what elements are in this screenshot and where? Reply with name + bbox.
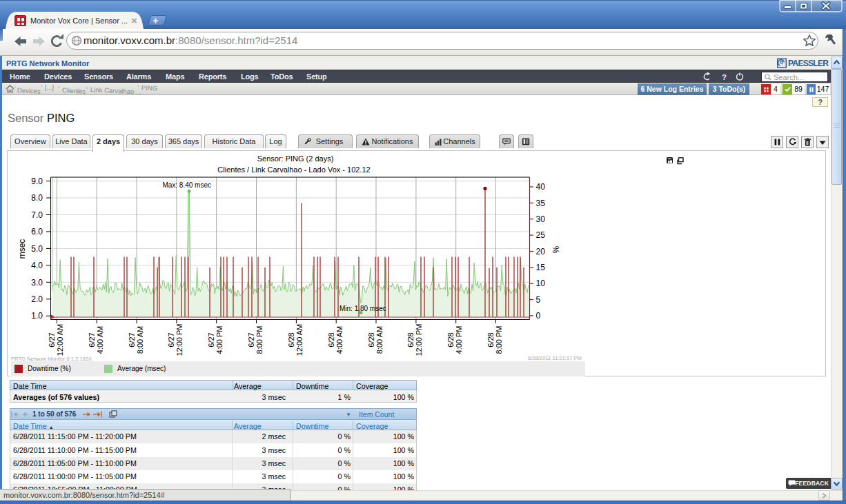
- svg-text:1.0: 1.0: [31, 311, 43, 321]
- svg-text:msec: msec: [17, 239, 27, 259]
- svg-text:Max: 8.40 msec: Max: 8.40 msec: [162, 181, 211, 189]
- svg-text:3.0: 3.0: [31, 278, 43, 288]
- svg-text:40: 40: [536, 182, 546, 192]
- svg-text:?: ?: [722, 73, 727, 81]
- svg-text:6/28: 6/28: [486, 332, 495, 347]
- svg-text:6/27: 6/27: [167, 332, 175, 347]
- svg-text:9.0: 9.0: [31, 177, 43, 186]
- svg-text:12:00 AM: 12:00 AM: [295, 324, 304, 356]
- svg-text:Clientes / Link Carvalhao - La: Clientes / Link Carvalhao - Lado Vox - 1…: [217, 165, 370, 174]
- svg-text:6/28: 6/28: [327, 332, 335, 347]
- svg-text:4:00 AM: 4:00 AM: [96, 326, 104, 354]
- svg-text:2.0: 2.0: [31, 294, 43, 304]
- svg-text:6/27: 6/27: [48, 332, 56, 347]
- svg-text:4:00 PM: 4:00 PM: [215, 326, 224, 354]
- svg-text:6/28: 6/28: [367, 332, 375, 347]
- svg-text:4:00 PM: 4:00 PM: [455, 326, 463, 354]
- svg-text:12:00 PM: 12:00 PM: [415, 323, 423, 356]
- svg-text:12:00 PM: 12:00 PM: [175, 323, 184, 356]
- svg-text:10: 10: [536, 279, 546, 288]
- svg-text:8.0: 8.0: [31, 193, 43, 203]
- svg-text:25: 25: [536, 230, 546, 240]
- svg-text:%: %: [551, 246, 560, 254]
- svg-text:8:00 AM: 8:00 AM: [375, 326, 384, 354]
- svg-text:30: 30: [536, 214, 546, 224]
- svg-text:0: 0: [536, 311, 541, 321]
- svg-text:7.0: 7.0: [31, 210, 43, 220]
- svg-text:5: 5: [536, 295, 541, 305]
- svg-text:15: 15: [536, 263, 546, 272]
- svg-text:PAESSLER: PAESSLER: [788, 59, 829, 68]
- svg-text:6/27: 6/27: [88, 332, 96, 347]
- svg-text:35: 35: [536, 199, 546, 208]
- svg-text:6.0: 6.0: [31, 227, 43, 236]
- svg-text:8:00 PM: 8:00 PM: [495, 326, 503, 354]
- svg-text:6/28: 6/28: [446, 332, 455, 347]
- svg-text:6/27: 6/27: [207, 332, 215, 347]
- svg-text:6/28: 6/28: [287, 332, 295, 347]
- svg-text:12:00 AM: 12:00 AM: [56, 324, 64, 356]
- svg-text:8:00 AM: 8:00 AM: [136, 326, 144, 354]
- svg-text:4:00 AM: 4:00 AM: [335, 326, 344, 354]
- svg-text:Sensor: PING (2 days): Sensor: PING (2 days): [257, 154, 334, 163]
- svg-text:6/27: 6/27: [247, 332, 255, 347]
- svg-text:8:00 PM: 8:00 PM: [255, 326, 264, 354]
- svg-text:Min: 1.80 msec: Min: 1.80 msec: [340, 305, 386, 312]
- svg-text:6/28: 6/28: [406, 332, 415, 347]
- svg-text:20: 20: [536, 247, 546, 256]
- svg-text:6/27: 6/27: [128, 332, 136, 347]
- svg-text:5.0: 5.0: [31, 244, 43, 254]
- svg-text:4.0: 4.0: [31, 261, 43, 270]
